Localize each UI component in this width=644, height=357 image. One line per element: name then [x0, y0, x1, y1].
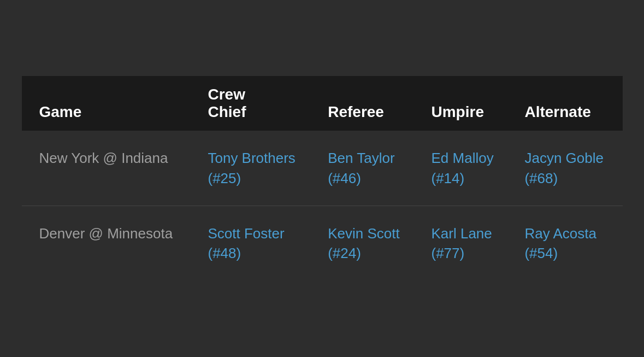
referee-cell: Kevin Scott(#24) — [315, 206, 418, 281]
header-referee: Referee — [315, 76, 418, 131]
crew-chief-cell: Tony Brothers(#25) — [194, 131, 315, 206]
officials-table: Game Crew Chief Referee Umpire Alternate — [22, 76, 623, 281]
table-row: Denver @ Minnesota Scott Foster(#48) Kev… — [22, 206, 623, 281]
header-umpire: Umpire — [418, 76, 511, 131]
crew-chief-cell: Scott Foster(#48) — [194, 206, 315, 281]
umpire-cell: Karl Lane(#77) — [418, 206, 511, 281]
game-cell: Denver @ Minnesota — [22, 206, 195, 281]
referee-cell: Ben Taylor(#46) — [315, 131, 418, 206]
game-cell: New York @ Indiana — [22, 131, 195, 206]
header-alternate: Alternate — [511, 76, 622, 131]
umpire-cell: Ed Malloy(#14) — [418, 131, 511, 206]
officials-table-container: Game Crew Chief Referee Umpire Alternate — [22, 76, 623, 281]
alternate-cell: Ray Acosta(#54) — [511, 206, 622, 281]
table-header-row: Game Crew Chief Referee Umpire Alternate — [22, 76, 623, 131]
header-crew-chief: Crew Chief — [194, 76, 315, 131]
table-row: New York @ Indiana Tony Brothers(#25) Be… — [22, 131, 623, 206]
header-game: Game — [22, 76, 195, 131]
alternate-cell: Jacyn Goble(#68) — [511, 131, 622, 206]
